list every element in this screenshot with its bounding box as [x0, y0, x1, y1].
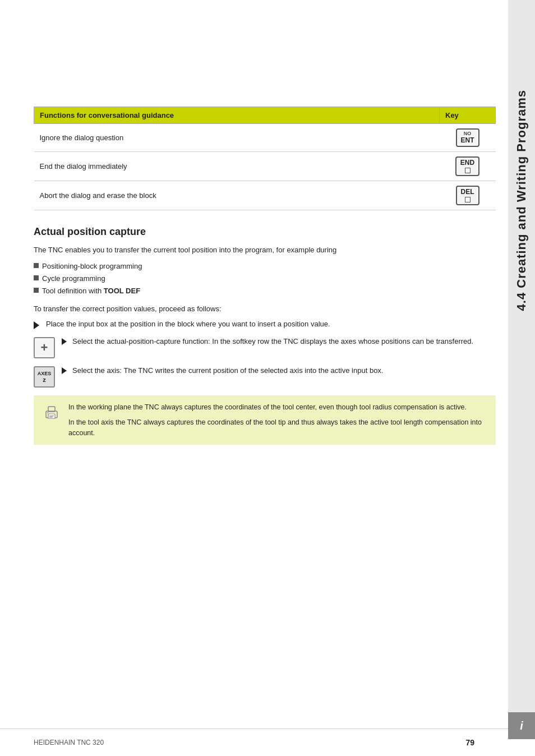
key-bottom-label: ENT	[461, 137, 474, 144]
note-paragraph-2: In the tool axis the TNC always captures…	[68, 417, 488, 439]
note-paragraph-1: In the working plane the TNC always capt…	[68, 402, 488, 413]
axes-icon-box: AXES z	[34, 366, 55, 388]
brand-label: HEIDENHAIN TNC 320	[34, 739, 104, 746]
step3-row: AXES z Select the axis: The TNC writes t…	[34, 366, 496, 388]
transfer-intro-paragraph: To transfer the correct position values,…	[34, 303, 496, 315]
step3-text: Select the axis: The TNC writes the curr…	[72, 366, 383, 375]
tool-def-bold: TOOL DEF	[104, 287, 140, 295]
bullet-icon	[34, 263, 39, 268]
table-row: Ignore the dialog question NO ENT	[34, 124, 496, 152]
note-box: In the working plane the TNC always capt…	[34, 395, 496, 445]
bottom-bar: HEIDENHAIN TNC 320 79	[0, 729, 508, 756]
no-ent-key: NO ENT	[456, 128, 479, 147]
step2-row: + Select the actual-position-capture fun…	[34, 337, 496, 358]
sub-arrow-icon-3	[62, 367, 67, 374]
plus-icon-box: +	[34, 337, 55, 358]
axes-icon-top: AXES	[38, 371, 52, 376]
arrow-step-1: Place the input box at the position in t…	[34, 320, 496, 329]
bullet-icon	[34, 288, 39, 293]
step3-content: Select the axis: The TNC writes the curr…	[62, 366, 496, 379]
step2-content: Select the actual-position-capture funct…	[62, 337, 496, 350]
list-item: Cycle programming	[34, 274, 496, 284]
table-cell-key: DEL	[440, 181, 496, 210]
bullet-list: Positioning-block programming Cycle prog…	[34, 261, 496, 297]
right-sidebar: 4.4 Creating and Writing Programs	[508, 0, 535, 729]
table-cell-description: End the dialog immediately	[34, 152, 440, 181]
sidebar-section-text: 4.4 Creating and Writing Programs	[514, 90, 529, 311]
step2-text: Select the actual-position-capture funct…	[72, 337, 473, 345]
bullet-icon	[34, 275, 39, 280]
page-number: 79	[465, 738, 474, 747]
table-cell-key: END	[440, 152, 496, 181]
del-key: DEL	[456, 186, 479, 205]
printer-svg	[43, 403, 61, 421]
arrow-icon-1	[34, 321, 39, 329]
intro-paragraph: The TNC enables you to transfer the curr…	[34, 245, 496, 256]
plus-icon: +	[41, 340, 48, 355]
table-cell-description: Abort the dialog and erase the block	[34, 181, 440, 210]
table-header-functions: Functions for conversational guidance	[34, 107, 440, 124]
functions-table: Functions for conversational guidance Ke…	[34, 107, 496, 210]
table-row: End the dialog immediately END	[34, 152, 496, 181]
list-item-text: Cycle programming	[42, 274, 105, 284]
info-icon: i	[508, 712, 535, 739]
sub-arrow-step-3: Select the axis: The TNC writes the curr…	[62, 366, 496, 375]
table-row: Abort the dialog and erase the block DEL	[34, 181, 496, 210]
list-item: Tool definition with TOOL DEF	[34, 286, 496, 296]
table-cell-key: NO ENT	[440, 124, 496, 152]
axes-icon-bottom: z	[43, 376, 46, 383]
svg-point-5	[47, 412, 48, 413]
key-square-icon	[465, 168, 471, 173]
steps-container: Place the input box at the position in t…	[34, 320, 496, 388]
table-cell-description: Ignore the dialog question	[34, 124, 440, 152]
key-main-label: END	[460, 159, 474, 167]
end-key: END	[455, 156, 479, 176]
section-heading: Actual position capture	[34, 226, 496, 238]
sub-arrow-icon-2	[62, 338, 67, 345]
table-header-key: Key	[440, 107, 496, 124]
note-text-content: In the working plane the TNC always capt…	[68, 402, 488, 438]
list-item-text: Tool definition with TOOL DEF	[42, 286, 140, 296]
step1-text: Place the input box at the position in t…	[46, 320, 330, 328]
key-square-icon	[465, 197, 471, 202]
svg-rect-3	[49, 416, 54, 416]
note-printer-icon	[41, 402, 62, 422]
sub-arrow-step-2: Select the actual-position-capture funct…	[62, 337, 496, 345]
main-content: Functions for conversational guidance Ke…	[34, 0, 496, 478]
key-main-label: DEL	[461, 188, 474, 196]
list-item: Positioning-block programming	[34, 261, 496, 271]
svg-rect-4	[49, 417, 53, 417]
list-item-text: Positioning-block programming	[42, 261, 142, 271]
page: 4.4 Creating and Writing Programs i Func…	[0, 0, 535, 756]
